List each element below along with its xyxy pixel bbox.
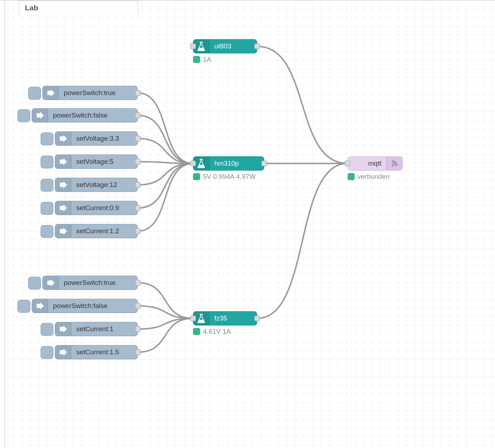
inject-node-label: setVoltage:3.3	[71, 135, 137, 142]
output-port[interactable]	[254, 43, 260, 49]
arrow-icon	[43, 86, 59, 100]
inject-node[interactable]: powerSwitch:false	[32, 299, 138, 313]
output-port[interactable]	[135, 349, 141, 355]
device-node-fz35[interactable]: fz35	[193, 311, 257, 325]
arrow-icon	[55, 322, 71, 336]
inject-trigger-button[interactable]	[41, 202, 53, 215]
device-status: 1A	[193, 56, 211, 63]
arrow-icon	[32, 299, 48, 313]
wire[interactable]	[138, 163, 193, 185]
inject-node[interactable]: powerSwitch:false	[32, 108, 138, 123]
output-port[interactable]	[135, 326, 141, 332]
device-node-hm310p[interactable]: hm310p	[193, 156, 264, 171]
device-node-label: hm310p	[209, 160, 264, 167]
status-text: 4.61V 1A	[203, 328, 231, 335]
inject-trigger-button[interactable]	[17, 300, 30, 313]
wire[interactable]	[138, 163, 193, 208]
output-port[interactable]	[135, 280, 141, 286]
inject-node-label: setCurrent:1.2	[71, 227, 137, 235]
inject-node-label: powerSwitch:false	[48, 302, 137, 310]
device-node-label: fz35	[209, 314, 257, 322]
flow-canvas[interactable]: Lab powerSwitch:truepowerSwitch:falseset…	[4, 0, 495, 448]
inject-node[interactable]: setCurrent:1	[55, 322, 138, 336]
inject-trigger-button[interactable]	[41, 225, 53, 238]
arrow-icon	[55, 201, 71, 215]
wire[interactable]	[138, 283, 193, 318]
arrow-icon	[55, 132, 71, 145]
inject-trigger-button[interactable]	[41, 156, 53, 168]
inject-trigger-button[interactable]	[28, 87, 41, 100]
status-dot	[193, 173, 200, 180]
output-port[interactable]	[135, 159, 141, 165]
inject-trigger-button[interactable]	[41, 346, 53, 359]
inject-node-label: setVoltage:12	[71, 181, 137, 189]
status-text: 5V 0.994A 4.97W	[203, 173, 256, 181]
output-port[interactable]	[254, 316, 260, 321]
status-dot	[193, 328, 200, 335]
wire[interactable]	[138, 306, 193, 318]
device-status: 5V 0.994A 4.97W	[193, 173, 256, 181]
input-port[interactable]	[190, 316, 196, 321]
device-status: 4.61V 1A	[193, 328, 231, 335]
wire[interactable]	[138, 115, 193, 163]
inject-node-label: powerSwitch:false	[48, 111, 137, 119]
status-text: 1A	[203, 56, 211, 63]
output-port[interactable]	[135, 90, 141, 96]
inject-node[interactable]: setCurrent:1.5	[55, 345, 138, 359]
inject-trigger-button[interactable]	[41, 323, 53, 336]
tab-label: Lab	[25, 4, 38, 12]
output-port[interactable]	[135, 228, 141, 234]
status-dot	[348, 173, 355, 180]
inject-node-label: powerSwitch:true	[59, 279, 137, 287]
input-port[interactable]	[345, 161, 350, 166]
inject-node[interactable]: setVoltage:5	[55, 155, 138, 169]
device-node-ut803[interactable]: ut803	[193, 39, 257, 53]
arrow-icon	[43, 276, 59, 290]
wire[interactable]	[257, 163, 348, 318]
output-port[interactable]	[261, 161, 267, 166]
inject-node[interactable]: powerSwitch:true	[42, 86, 138, 100]
inject-node[interactable]: setVoltage:3.3	[55, 131, 138, 146]
arrow-icon	[55, 345, 71, 359]
inject-node[interactable]: powerSwitch:true	[42, 276, 138, 290]
output-port[interactable]	[135, 136, 141, 141]
output-port[interactable]	[135, 113, 141, 118]
wire[interactable]	[138, 93, 193, 163]
inject-trigger-button[interactable]	[41, 132, 53, 145]
arrow-icon	[55, 224, 71, 238]
wire[interactable]	[138, 163, 193, 231]
tab-lab[interactable]: Lab	[19, 0, 138, 15]
inject-trigger-button[interactable]	[17, 109, 30, 122]
input-port[interactable]	[190, 161, 196, 166]
wire[interactable]	[257, 46, 348, 163]
output-port[interactable]	[135, 303, 141, 309]
arrow-icon	[32, 109, 48, 122]
inject-node-label: powerSwitch:true	[59, 89, 137, 97]
status-dot	[193, 56, 200, 63]
inject-node[interactable]: setCurrent:1.2	[55, 224, 138, 238]
inject-node[interactable]: setCurrent:0.9	[55, 201, 138, 215]
input-port[interactable]	[190, 43, 196, 49]
inject-trigger-button[interactable]	[28, 277, 41, 290]
arrow-icon	[55, 155, 71, 168]
status-text: verbunden	[358, 173, 390, 181]
wifi-icon	[386, 157, 402, 170]
mqtt-status: verbunden	[348, 173, 390, 181]
wire[interactable]	[138, 162, 193, 163]
wire[interactable]	[138, 318, 193, 352]
device-node-label: ut803	[209, 42, 257, 50]
wire[interactable]	[138, 139, 193, 163]
inject-node[interactable]: setVoltage:12	[55, 178, 138, 192]
wire[interactable]	[138, 318, 193, 329]
inject-node-label: setCurrent:0.9	[71, 204, 137, 212]
inject-node-label: setCurrent:1	[71, 325, 137, 333]
output-port[interactable]	[135, 205, 141, 211]
output-port[interactable]	[135, 182, 141, 188]
inject-node-label: setVoltage:5	[71, 158, 137, 166]
arrow-icon	[55, 178, 71, 192]
inject-trigger-button[interactable]	[41, 179, 53, 192]
inject-node-label: setCurrent:1.5	[71, 348, 137, 356]
mqtt-node[interactable]: mqtt	[348, 156, 403, 171]
mqtt-node-label: mqtt	[348, 160, 386, 167]
